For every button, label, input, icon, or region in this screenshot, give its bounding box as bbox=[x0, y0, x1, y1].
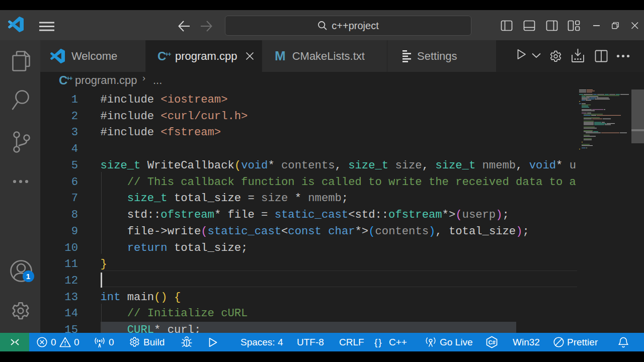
svg-text:C#: C# bbox=[488, 339, 495, 345]
